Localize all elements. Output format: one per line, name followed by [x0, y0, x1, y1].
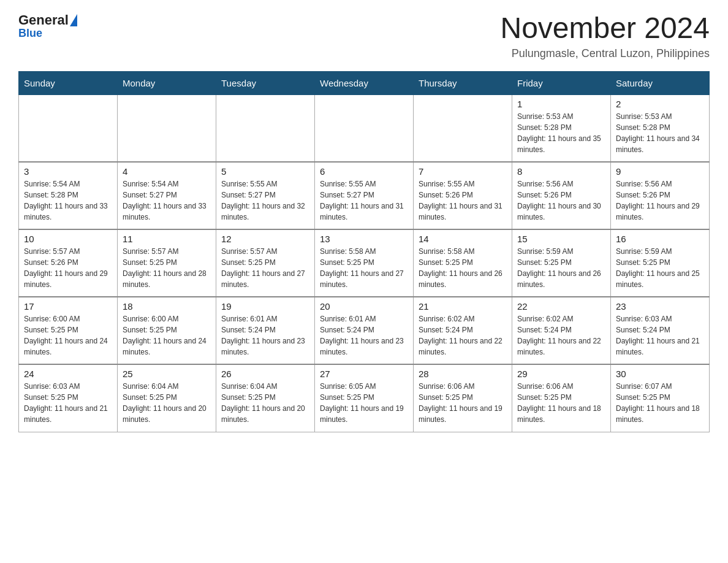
day-info: Sunrise: 5:53 AM Sunset: 5:28 PM Dayligh… — [616, 111, 704, 155]
calendar-cell: 7Sunrise: 5:55 AM Sunset: 5:26 PM Daylig… — [414, 162, 512, 229]
day-number: 4 — [123, 166, 211, 177]
day-info: Sunrise: 6:07 AM Sunset: 5:25 PM Dayligh… — [616, 381, 704, 425]
logo-text: General — [18, 12, 78, 28]
calendar-cell — [118, 94, 216, 162]
day-number: 3 — [24, 166, 112, 177]
day-info: Sunrise: 5:56 AM Sunset: 5:26 PM Dayligh… — [517, 178, 605, 223]
day-number: 14 — [419, 234, 507, 244]
logo-general: General — [18, 12, 69, 28]
day-number: 22 — [517, 301, 605, 312]
day-number: 18 — [123, 301, 211, 312]
calendar-cell: 11Sunrise: 5:57 AM Sunset: 5:25 PM Dayli… — [118, 229, 216, 297]
day-number: 7 — [419, 166, 507, 177]
calendar-week-row: 24Sunrise: 6:03 AM Sunset: 5:25 PM Dayli… — [19, 364, 710, 432]
calendar-cell: 1Sunrise: 5:53 AM Sunset: 5:28 PM Daylig… — [512, 94, 611, 162]
day-info: Sunrise: 6:00 AM Sunset: 5:25 PM Dayligh… — [123, 313, 211, 358]
weekday-header-tuesday: Tuesday — [216, 71, 315, 94]
day-number: 10 — [24, 234, 112, 244]
day-number: 24 — [24, 369, 112, 379]
weekday-header-sunday: Sunday — [19, 71, 118, 94]
logo-triangle-icon — [70, 14, 77, 26]
day-info: Sunrise: 5:56 AM Sunset: 5:26 PM Dayligh… — [616, 178, 704, 223]
calendar-cell: 18Sunrise: 6:00 AM Sunset: 5:25 PM Dayli… — [118, 297, 216, 364]
title-block: November 2024 Pulungmasle, Central Luzon… — [500, 12, 710, 60]
day-info: Sunrise: 5:58 AM Sunset: 5:25 PM Dayligh… — [419, 246, 507, 290]
day-info: Sunrise: 5:57 AM Sunset: 5:25 PM Dayligh… — [221, 246, 309, 290]
day-info: Sunrise: 5:59 AM Sunset: 5:25 PM Dayligh… — [517, 246, 605, 290]
calendar-cell: 9Sunrise: 5:56 AM Sunset: 5:26 PM Daylig… — [611, 162, 710, 229]
calendar-cell: 4Sunrise: 5:54 AM Sunset: 5:27 PM Daylig… — [118, 162, 216, 229]
calendar-cell: 2Sunrise: 5:53 AM Sunset: 5:28 PM Daylig… — [611, 94, 710, 162]
calendar-cell: 10Sunrise: 5:57 AM Sunset: 5:26 PM Dayli… — [19, 229, 118, 297]
calendar-cell: 8Sunrise: 5:56 AM Sunset: 5:26 PM Daylig… — [512, 162, 611, 229]
location-subtitle: Pulungmasle, Central Luzon, Philippines — [500, 47, 710, 60]
weekday-header-thursday: Thursday — [414, 71, 512, 94]
calendar-cell: 12Sunrise: 5:57 AM Sunset: 5:25 PM Dayli… — [216, 229, 315, 297]
day-info: Sunrise: 5:57 AM Sunset: 5:25 PM Dayligh… — [123, 246, 211, 290]
calendar-cell: 13Sunrise: 5:58 AM Sunset: 5:25 PM Dayli… — [315, 229, 414, 297]
day-number: 26 — [221, 369, 309, 379]
weekday-header-wednesday: Wednesday — [315, 71, 414, 94]
day-number: 15 — [517, 234, 605, 244]
calendar-cell — [216, 94, 315, 162]
day-info: Sunrise: 6:04 AM Sunset: 5:25 PM Dayligh… — [221, 381, 309, 425]
day-info: Sunrise: 6:04 AM Sunset: 5:25 PM Dayligh… — [123, 381, 211, 425]
calendar-table: SundayMondayTuesdayWednesdayThursdayFrid… — [18, 71, 710, 432]
day-info: Sunrise: 5:59 AM Sunset: 5:25 PM Dayligh… — [616, 246, 704, 290]
logo-blue: Blue — [18, 27, 42, 40]
day-info: Sunrise: 6:06 AM Sunset: 5:25 PM Dayligh… — [517, 381, 605, 425]
calendar-cell — [414, 94, 512, 162]
day-info: Sunrise: 6:00 AM Sunset: 5:25 PM Dayligh… — [24, 313, 112, 358]
day-info: Sunrise: 6:02 AM Sunset: 5:24 PM Dayligh… — [517, 313, 605, 358]
day-number: 11 — [123, 234, 211, 244]
calendar-header-row: SundayMondayTuesdayWednesdayThursdayFrid… — [19, 71, 710, 94]
calendar-cell: 27Sunrise: 6:05 AM Sunset: 5:25 PM Dayli… — [315, 364, 414, 432]
day-info: Sunrise: 5:55 AM Sunset: 5:27 PM Dayligh… — [221, 178, 309, 223]
day-info: Sunrise: 5:55 AM Sunset: 5:26 PM Dayligh… — [419, 178, 507, 223]
calendar-cell: 19Sunrise: 6:01 AM Sunset: 5:24 PM Dayli… — [216, 297, 315, 364]
day-info: Sunrise: 5:53 AM Sunset: 5:28 PM Dayligh… — [517, 111, 605, 155]
day-number: 16 — [616, 234, 704, 244]
day-info: Sunrise: 6:03 AM Sunset: 5:24 PM Dayligh… — [616, 313, 704, 358]
page-header: General Blue November 2024 Pulungmasle, … — [18, 12, 710, 60]
calendar-cell: 16Sunrise: 5:59 AM Sunset: 5:25 PM Dayli… — [611, 229, 710, 297]
day-info: Sunrise: 6:02 AM Sunset: 5:24 PM Dayligh… — [419, 313, 507, 358]
calendar-week-row: 10Sunrise: 5:57 AM Sunset: 5:26 PM Dayli… — [19, 229, 710, 297]
calendar-cell: 21Sunrise: 6:02 AM Sunset: 5:24 PM Dayli… — [414, 297, 512, 364]
day-info: Sunrise: 6:05 AM Sunset: 5:25 PM Dayligh… — [320, 381, 408, 425]
logo: General Blue — [18, 12, 78, 40]
calendar-cell: 28Sunrise: 6:06 AM Sunset: 5:25 PM Dayli… — [414, 364, 512, 432]
day-info: Sunrise: 5:54 AM Sunset: 5:27 PM Dayligh… — [123, 178, 211, 223]
calendar-week-row: 1Sunrise: 5:53 AM Sunset: 5:28 PM Daylig… — [19, 94, 710, 162]
calendar-cell: 20Sunrise: 6:01 AM Sunset: 5:24 PM Dayli… — [315, 297, 414, 364]
day-info: Sunrise: 5:58 AM Sunset: 5:25 PM Dayligh… — [320, 246, 408, 290]
calendar-week-row: 3Sunrise: 5:54 AM Sunset: 5:28 PM Daylig… — [19, 162, 710, 229]
month-year-title: November 2024 — [500, 12, 710, 45]
calendar-cell: 30Sunrise: 6:07 AM Sunset: 5:25 PM Dayli… — [611, 364, 710, 432]
day-number: 9 — [616, 166, 704, 177]
day-number: 27 — [320, 369, 408, 379]
calendar-cell: 14Sunrise: 5:58 AM Sunset: 5:25 PM Dayli… — [414, 229, 512, 297]
day-info: Sunrise: 6:03 AM Sunset: 5:25 PM Dayligh… — [24, 381, 112, 425]
day-number: 6 — [320, 166, 408, 177]
day-info: Sunrise: 5:54 AM Sunset: 5:28 PM Dayligh… — [24, 178, 112, 223]
day-number: 30 — [616, 369, 704, 379]
calendar-cell: 3Sunrise: 5:54 AM Sunset: 5:28 PM Daylig… — [19, 162, 118, 229]
calendar-cell: 25Sunrise: 6:04 AM Sunset: 5:25 PM Dayli… — [118, 364, 216, 432]
day-number: 19 — [221, 301, 309, 312]
weekday-header-saturday: Saturday — [611, 71, 710, 94]
calendar-cell: 24Sunrise: 6:03 AM Sunset: 5:25 PM Dayli… — [19, 364, 118, 432]
day-info: Sunrise: 6:01 AM Sunset: 5:24 PM Dayligh… — [320, 313, 408, 358]
calendar-cell: 5Sunrise: 5:55 AM Sunset: 5:27 PM Daylig… — [216, 162, 315, 229]
day-info: Sunrise: 6:01 AM Sunset: 5:24 PM Dayligh… — [221, 313, 309, 358]
calendar-cell: 17Sunrise: 6:00 AM Sunset: 5:25 PM Dayli… — [19, 297, 118, 364]
calendar-cell: 26Sunrise: 6:04 AM Sunset: 5:25 PM Dayli… — [216, 364, 315, 432]
day-number: 13 — [320, 234, 408, 244]
day-info: Sunrise: 5:57 AM Sunset: 5:26 PM Dayligh… — [24, 246, 112, 290]
day-number: 29 — [517, 369, 605, 379]
day-number: 12 — [221, 234, 309, 244]
day-number: 20 — [320, 301, 408, 312]
day-number: 8 — [517, 166, 605, 177]
day-number: 25 — [123, 369, 211, 379]
day-number: 23 — [616, 301, 704, 312]
